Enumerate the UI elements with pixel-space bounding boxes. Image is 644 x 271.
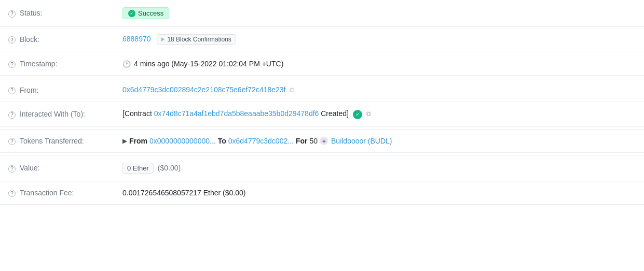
from-address-link[interactable]: 0x6d4779c3dc002894c2e2108c75e6ef72c418e2… <box>122 85 286 94</box>
fee-label-cell: ? Transaction Fee: <box>0 181 114 204</box>
block-value-cell: 6888970 18 Block Confirmations <box>114 27 644 52</box>
fee-help-icon[interactable]: ? <box>8 190 16 197</box>
block-help-icon[interactable]: ? <box>8 36 16 44</box>
interacted-address-link[interactable]: 0x74d8c71a4af1ebd7da5b8eaaabe35b0d29478d… <box>154 109 319 118</box>
tokens-to-address[interactable]: 0x6d4779c3dc002... <box>228 137 294 145</box>
block-confirmations-badge: 18 Block Confirmations <box>157 34 236 45</box>
fee-value-cell: 0.001726546508057217 Ether ($0.00) <box>114 181 644 204</box>
block-number-link[interactable]: 6888970 <box>122 35 151 43</box>
from-help-icon[interactable]: ? <box>8 87 16 94</box>
transaction-details-table: ? Status: ✓ Success ? Block: 6888970 18 … <box>0 0 644 205</box>
value-label-cell: ? Value: <box>0 155 114 181</box>
tokens-label-cell: ? Tokens Transferred: <box>0 129 114 152</box>
token-expand-arrow[interactable]: ▶ <box>122 137 127 145</box>
tokens-from-address[interactable]: 0x0000000000000... <box>149 137 216 145</box>
block-row: ? Block: 6888970 18 Block Confirmations <box>0 27 644 52</box>
value-help-icon[interactable]: ? <box>8 165 16 173</box>
from-copy-icon[interactable]: ⧉ <box>290 86 294 94</box>
tokens-for-label: For <box>296 137 308 145</box>
status-label: Status: <box>20 9 43 17</box>
tokens-help-icon[interactable]: ? <box>8 138 16 145</box>
block-label: Block: <box>20 35 39 44</box>
block-label-cell: ? Block: <box>0 27 114 52</box>
clock-icon: 🕐 <box>122 60 131 68</box>
token-coin-icon: ◈ <box>320 137 328 145</box>
value-usd: ($0.00) <box>158 164 181 172</box>
tokens-to-label: To <box>218 137 226 145</box>
timestamp-value-cell: 🕐 4 mins ago (May-15-2022 01:02:04 PM +U… <box>114 52 644 76</box>
from-label: From: <box>20 86 39 94</box>
timestamp-text: 4 mins ago (May-15-2022 01:02:04 PM +UTC… <box>134 60 283 68</box>
from-value-cell: 0x6d4779c3dc002894c2e2108c75e6ef72c418e2… <box>114 78 644 102</box>
interacted-prefix: [Contract <box>122 109 152 118</box>
status-help-icon[interactable]: ? <box>8 10 16 18</box>
tokens-content: ▶ From 0x0000000000000... To 0x6d4779c3d… <box>122 137 636 145</box>
tokens-token-name[interactable]: Buildoooor (BUDL) <box>331 137 392 145</box>
interacted-help-icon[interactable]: ? <box>8 111 16 119</box>
interacted-label-cell: ? Interacted With (To): <box>0 102 114 126</box>
interacted-verified-icon: ✓ <box>353 110 362 119</box>
success-badge: ✓ Success <box>122 7 169 19</box>
timestamp-help-icon[interactable]: ? <box>8 61 16 68</box>
tokens-label: Tokens Transferred: <box>20 137 84 145</box>
status-row: ? Status: ✓ Success <box>0 0 644 27</box>
success-label: Success <box>138 9 163 17</box>
interacted-copy-icon[interactable]: ⧉ <box>366 110 371 118</box>
ether-badge: 0 Ether <box>122 163 154 174</box>
interacted-value-cell: [Contract 0x74d8c71a4af1ebd7da5b8eaaabe3… <box>114 102 644 126</box>
timestamp-label: Timestamp: <box>20 60 58 68</box>
value-row: ? Value: 0 Ether ($0.00) <box>0 155 644 181</box>
timestamp-content: 🕐 4 mins ago (May-15-2022 01:02:04 PM +U… <box>122 60 636 68</box>
value-value-cell: 0 Ether ($0.00) <box>114 155 644 181</box>
interacted-row: ? Interacted With (To): [Contract 0x74d8… <box>0 102 644 126</box>
tokens-from-label: From <box>129 137 147 145</box>
interacted-label: Interacted With (To): <box>20 110 85 118</box>
tokens-amount: 50 <box>309 137 318 145</box>
tokens-row: ? Tokens Transferred: ▶ From 0x000000000… <box>0 129 644 152</box>
status-label-cell: ? Status: <box>0 0 114 27</box>
status-value-cell: ✓ Success <box>114 0 644 27</box>
fee-label: Transaction Fee: <box>20 189 74 197</box>
tokens-value-cell: ▶ From 0x0000000000000... To 0x6d4779c3d… <box>114 129 644 152</box>
timestamp-label-cell: ? Timestamp: <box>0 52 114 76</box>
value-label: Value: <box>20 164 40 172</box>
timestamp-row: ? Timestamp: 🕐 4 mins ago (May-15-2022 0… <box>0 52 644 76</box>
from-label-cell: ? From: <box>0 78 114 102</box>
success-check-icon: ✓ <box>128 10 135 17</box>
interacted-suffix: Created] <box>321 109 349 118</box>
fee-value: 0.001726546508057217 Ether ($0.00) <box>122 189 245 197</box>
from-row: ? From: 0x6d4779c3dc002894c2e2108c75e6ef… <box>0 78 644 102</box>
fee-row: ? Transaction Fee: 0.001726546508057217 … <box>0 181 644 204</box>
